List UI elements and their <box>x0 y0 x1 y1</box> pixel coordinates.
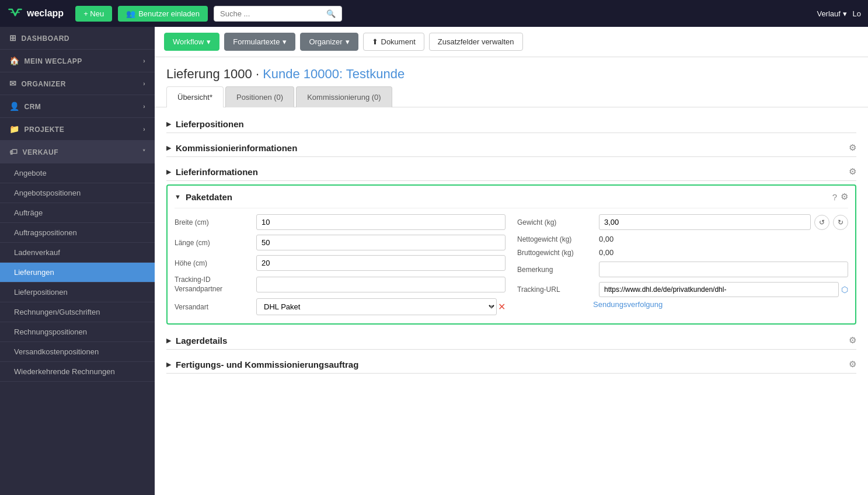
collapse-icon: ▶ <box>166 120 171 128</box>
paketdaten-icons: ? ⚙ <box>832 191 848 202</box>
laenge-input[interactable] <box>256 235 506 250</box>
help-icon[interactable]: ? <box>832 192 837 202</box>
dashboard-icon: ⊞ <box>9 33 17 43</box>
paketdaten-form: Breite (cm) Länge (cm) Höhe (cm) <box>175 214 848 318</box>
home-icon: 🏠 <box>9 56 20 65</box>
sidebar-item-organizer[interactable]: ✉ORGANIZER › <box>0 72 155 95</box>
section-lieferpositionen[interactable]: ▶ Lieferpositionen <box>166 113 856 133</box>
tracking-url-row: Tracking-URL ⬡ <box>517 282 848 297</box>
dokument-button[interactable]: ⬆ Dokument <box>363 33 424 51</box>
bruttogewicht-row: Bruttogewicht (kg) 0,00 <box>517 248 848 257</box>
nettogewicht-row: Nettogewicht (kg) 0,00 <box>517 235 848 243</box>
bemerkung-input[interactable] <box>599 262 848 277</box>
verlauf-button[interactable]: Verlauf ▾ <box>817 9 846 18</box>
page-title: Lieferung 1000 · Kunde 10000: Testkunde <box>166 67 856 82</box>
collapse-icon: ▶ <box>166 144 171 152</box>
gewicht-refresh2-button[interactable]: ↻ <box>833 215 848 230</box>
invite-icon: 👥 <box>126 9 135 18</box>
sidebar-item-lieferungen[interactable]: Lieferungen <box>0 263 155 283</box>
collapse-icon[interactable]: ▼ <box>175 193 181 200</box>
section-lieferinformationen[interactable]: ▶ Lieferinformationen ⚙ <box>166 161 856 181</box>
sidebar-item-auftraege[interactable]: Aufträge <box>0 203 155 223</box>
section-fertigungs-kommissionierungsauftrag[interactable]: ▶ Fertigungs- und Kommissionierungsauftr… <box>166 353 856 374</box>
bemerkung-label: Bemerkung <box>517 266 593 274</box>
tracking-url-controls: ⬡ <box>599 282 848 297</box>
collapse-icon: ▶ <box>166 337 171 344</box>
sendungsverfolgung-link[interactable]: Sendungsverfolgung <box>593 300 848 309</box>
sidebar-item-projekte[interactable]: 📁PROJEKTE › <box>0 118 155 141</box>
gewicht-row: Gewicht (kg) ↺ ↻ <box>517 214 848 230</box>
gear-icon[interactable]: ⚙ <box>841 191 848 202</box>
breite-row: Breite (cm) <box>175 214 506 230</box>
versandart-controls: DHL Paket ▾ ✕ <box>256 298 506 315</box>
customer-link[interactable]: Kunde 10000: Testkunde <box>263 67 405 81</box>
sidebar-item-rechnungen[interactable]: Rechnungen/Gutschriften <box>0 302 155 322</box>
section-lagerdetails[interactable]: ▶ Lagerdetails ⚙ <box>166 329 856 350</box>
tab-kommissionierung[interactable]: Kommissionierung (0) <box>296 86 392 107</box>
gear-icon[interactable]: ⚙ <box>849 335 856 346</box>
tracking-url-input[interactable] <box>599 282 839 297</box>
search-icon: 🔍 <box>326 9 336 18</box>
app-logo[interactable]: weclapp <box>7 5 64 22</box>
organizer-icon: ✉ <box>9 79 17 88</box>
formulartexte-button[interactable]: Formulartexte ▾ <box>224 33 295 51</box>
search-input[interactable] <box>220 9 323 18</box>
gewicht-label: Gewicht (kg) <box>517 218 593 226</box>
right-column: Gewicht (kg) ↺ ↻ Nettogewicht (kg) 0,00 <box>517 214 848 318</box>
nettogewicht-label: Nettogewicht (kg) <box>517 235 593 243</box>
top-navbar: weclapp + Neu 👥 Benutzer einladen 🔍 Verl… <box>0 0 868 27</box>
tab-uebersicht[interactable]: Übersicht* <box>166 86 224 107</box>
sidebar-item-dashboard[interactable]: ⊞DASHBOARD <box>0 27 155 50</box>
external-link-icon[interactable]: ⬡ <box>841 285 848 294</box>
nav-right: Verlauf ▾ Lo <box>817 9 861 18</box>
nettogewicht-value: 0,00 <box>599 235 613 243</box>
sidebar-item-angebotspositionen[interactable]: Angebotspositionen <box>0 183 155 203</box>
sidebar-item-ladenverkauf[interactable]: Ladenverkauf <box>0 243 155 263</box>
sidebar-item-rechnungspositionen[interactable]: Rechnungspositionen <box>0 322 155 342</box>
tracking-id-label: Tracking-IDVersandpartner <box>175 276 250 294</box>
user-avatar[interactable]: Lo <box>853 9 861 18</box>
chevron-down-icon: ˅ <box>142 149 146 155</box>
organizer-button[interactable]: Organizer ▾ <box>300 33 358 51</box>
sidebar-item-verkauf[interactable]: 🏷VERKAUF ˅ <box>0 141 155 163</box>
invite-users-button[interactable]: 👥 Benutzer einladen <box>118 6 208 22</box>
left-column: Breite (cm) Länge (cm) Höhe (cm) <box>175 214 506 318</box>
sidebar-item-angebote[interactable]: Angebote <box>0 163 155 183</box>
versandart-delete-button[interactable]: ✕ <box>498 301 506 312</box>
tracking-id-input[interactable] <box>256 277 506 292</box>
versandart-row: Versandart DHL Paket ▾ ✕ <box>175 298 506 315</box>
paketdaten-section: ▼ Paketdaten ? ⚙ Breite (cm) <box>166 184 856 325</box>
new-button[interactable]: + Neu <box>75 6 112 22</box>
toolbar: Workflow ▾ Formulartexte ▾ Organizer ▾ ⬆… <box>155 27 868 57</box>
bemerkung-row: Bemerkung <box>517 262 848 277</box>
gear-icon[interactable]: ⚙ <box>849 166 856 177</box>
gewicht-input[interactable] <box>599 214 811 230</box>
sidebar-item-auftragspositionen[interactable]: Auftragspositionen <box>0 223 155 243</box>
sidebar-item-versandkostenpositionen[interactable]: Versandkostenpositionen <box>0 342 155 362</box>
hoehe-input[interactable] <box>256 255 506 271</box>
sidebar-item-lieferpositionen[interactable]: Lieferpositionen <box>0 283 155 302</box>
paketdaten-header: ▼ Paketdaten ? ⚙ <box>175 191 848 208</box>
bruttogewicht-label: Bruttogewicht (kg) <box>517 249 593 257</box>
tab-positionen[interactable]: Positionen (0) <box>225 86 294 107</box>
zusatzfelder-button[interactable]: Zusatzfelder verwalten <box>429 33 523 51</box>
sidebar-item-mein-weclapp[interactable]: 🏠MEIN WECLAPP › <box>0 50 155 72</box>
tracking-url-label: Tracking-URL <box>517 285 593 294</box>
chevron-right-icon: › <box>143 58 145 64</box>
search-bar[interactable]: 🔍 <box>214 6 342 22</box>
gewicht-controls: ↺ ↻ <box>599 214 848 230</box>
tracking-id-row: Tracking-IDVersandpartner <box>175 276 506 294</box>
sidebar-item-wiederkehrende-rechnungen[interactable]: Wiederkehrende Rechnungen <box>0 362 155 382</box>
gear-icon[interactable]: ⚙ <box>849 359 856 369</box>
gear-icon[interactable]: ⚙ <box>849 142 856 153</box>
breite-input[interactable] <box>256 214 506 230</box>
versandart-select[interactable]: DHL Paket <box>256 298 497 315</box>
workflow-button[interactable]: Workflow ▾ <box>164 33 219 51</box>
sidebar-item-crm[interactable]: 👤CRM › <box>0 95 155 118</box>
gewicht-refresh1-button[interactable]: ↺ <box>814 215 829 230</box>
chevron-right-icon: › <box>143 126 145 133</box>
chevron-down-icon: ▾ <box>207 37 211 46</box>
tabs-bar: Übersicht* Positionen (0) Kommissionieru… <box>155 86 868 107</box>
verkauf-icon: 🏷 <box>9 147 18 156</box>
section-kommissionierinformationen[interactable]: ▶ Kommissionierinformationen ⚙ <box>166 137 856 157</box>
